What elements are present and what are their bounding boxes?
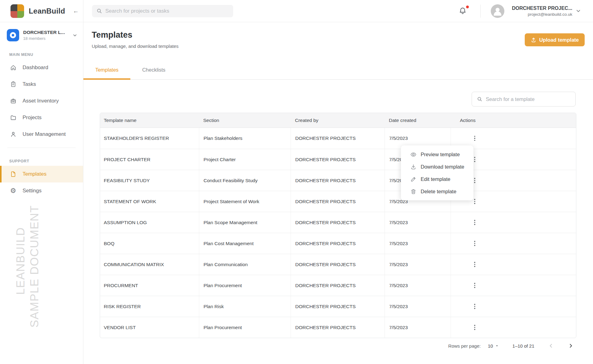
templates-table: Template name Section Created by Date cr… [100,113,576,338]
cell-created-by: DORCHESTER PROJECTS [291,191,385,212]
support-nav: Templates ⚙ Settings [0,166,83,199]
cell-template-name: VENDOR LIST [100,317,199,338]
edit-icon [410,176,417,182]
table-row: PROJECT CHARTER Project Charter DORCHEST… [100,149,576,170]
row-actions-kebab-icon[interactable] [471,218,478,227]
eye-icon [410,151,417,158]
column-header-actions: Actions [451,118,576,123]
leanbuild-logo [11,4,24,18]
sidebar-item[interactable]: Templates [0,166,83,182]
tab-bar: Templates Checklists [83,61,593,80]
main-menu-nav: Dashboard Tasks Asset Inventory Projects [0,59,83,143]
cell-actions [451,296,576,317]
cell-section: Plan Procurement [199,317,291,338]
sidebar-item[interactable]: Projects [0,109,83,126]
context-menu-item[interactable]: Preview template [401,148,473,161]
template-search [472,92,576,107]
row-actions-kebab-icon[interactable] [471,260,478,269]
cell-template-name: RISK REGISTER [100,296,199,317]
avatar[interactable] [491,4,504,18]
gear-icon: ⚙ [10,187,17,195]
cell-section: Conduct Feasibility Study [199,170,291,191]
cell-section: Project Statement of Work [199,191,291,212]
download-icon [410,164,417,170]
upload-template-button[interactable]: Upload template [525,33,585,46]
column-header-section: Section [199,118,291,123]
cell-date-created: 7/5/2023 [385,296,451,317]
cell-section: Plan Communication [199,254,291,275]
row-actions-menu: Preview template Download template Edit … [401,145,473,200]
table-row: PROCURMENT Plan Procurement DORCHESTER P… [100,275,576,296]
row-actions-kebab-icon[interactable] [471,239,478,248]
sidebar-item[interactable]: ⚙ Settings [0,182,83,199]
tab-checklists[interactable]: Checklists [130,61,177,79]
pagination: Rows per page: 10 1–10 of 21 [448,340,574,352]
collapse-sidebar-icon[interactable]: ← [73,8,79,15]
next-page-button[interactable] [568,343,574,349]
sidebar-item[interactable]: Asset Inventory [0,93,83,109]
cell-created-by: DORCHESTER PROJECTS [291,296,385,317]
cell-actions [451,233,576,254]
user-icon [10,131,17,138]
sidebar: LeanBuild ← DORCHESTER L... 18 members M… [0,0,83,364]
notification-dot [466,6,469,8]
table-header: Template name Section Created by Date cr… [100,113,576,128]
cell-template-name: FEASIBILITY STUDY [100,170,199,191]
sidebar-divider [7,148,76,148]
table-row: FEASIBILITY STUDY Conduct Feasibility St… [100,170,576,191]
row-actions-kebab-icon[interactable] [471,302,478,311]
account-info: DORCHESTER PROJEC... project@leanbuild.c… [509,6,572,17]
row-actions-kebab-icon[interactable] [471,281,478,290]
tab-templates[interactable]: Templates [83,61,130,79]
section-label-main-menu: MAIN MENU [9,52,83,57]
sidebar-item[interactable]: User Management [0,126,83,143]
workspace-logo-icon [7,29,19,41]
page-subtitle: Upload, manage, and download templates [92,44,593,49]
account-menu-chevron-icon[interactable] [575,8,581,14]
brand-row: LeanBuild ← [0,0,83,22]
column-header-template-name: Template name [100,118,199,123]
cell-section: Plan Cost Management [199,233,291,254]
column-header-created-by: Created by [291,118,385,123]
workspace-selector[interactable]: DORCHESTER L... 18 members [0,22,83,41]
cell-created-by: DORCHESTER PROJECTS [291,233,385,254]
cell-section: Plan Scope Management [199,212,291,233]
cell-template-name: BOQ [100,233,199,254]
column-header-date-created: Date created [385,118,451,123]
context-menu-item[interactable]: Edit template [401,173,473,185]
home-icon [10,64,17,71]
cell-actions [451,317,576,338]
document-icon [10,171,17,178]
workspace-members: 18 members [23,36,65,41]
cell-date-created: 7/5/2023 [385,317,451,338]
cell-template-name: ASSUMPTION LOG [100,212,199,233]
sidebar-item[interactable]: Tasks [0,76,83,93]
upload-icon [531,37,536,43]
cell-section: Plan Procurement [199,275,291,296]
app-root: LeanBuild ← DORCHESTER L... 18 members M… [0,0,593,364]
global-search-input[interactable] [105,8,229,14]
search-icon [96,8,102,14]
row-actions-kebab-icon[interactable] [471,323,478,332]
chevron-down-icon [72,33,78,38]
cell-created-by: DORCHESTER PROJECTS [291,212,385,233]
avatar-person-icon [491,4,504,18]
cell-date-created: 7/5/2023 [385,254,451,275]
cell-created-by: DORCHESTER PROJECTS [291,275,385,296]
tasks-icon [10,81,17,88]
context-menu-item[interactable]: Delete template [401,185,473,198]
table-row: STATEMENT OF WORK Project Statement of W… [100,191,576,212]
caret-down-icon [495,344,499,348]
table-row: VENDOR LIST Plan Procurement DORCHESTER … [100,317,576,338]
rows-per-page-select[interactable]: 10 [488,343,499,349]
template-search-input[interactable] [486,96,570,102]
cell-created-by: DORCHESTER PROJECTS [291,128,385,149]
cell-created-by: DORCHESTER PROJECTS [291,254,385,275]
chevron-right-icon [568,343,574,349]
row-actions-kebab-icon[interactable] [471,134,478,143]
previous-page-button[interactable] [548,343,554,349]
notifications-button[interactable] [458,6,468,16]
sidebar-item[interactable]: Dashboard [0,59,83,76]
section-label-support: SUPPORT [9,159,83,163]
context-menu-item[interactable]: Download template [401,161,473,173]
